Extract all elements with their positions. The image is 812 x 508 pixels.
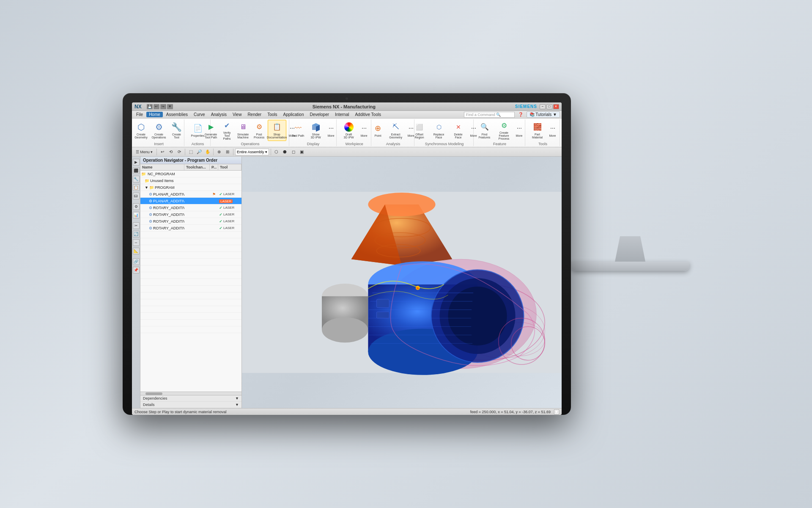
menu-item-additive[interactable]: Additive Tools bbox=[352, 112, 384, 117]
menu-item-developer[interactable]: Developer bbox=[307, 112, 332, 117]
verify-button[interactable]: ✔ VerifyTool Paths bbox=[219, 120, 235, 141]
nav-row-rotary-1[interactable]: ⚙ ROTARY_ADDITIV... ✓LASER bbox=[140, 204, 241, 211]
more-workpiece-button[interactable]: ⋯ More bbox=[359, 120, 369, 141]
tb2-select[interactable]: ⬚ bbox=[187, 148, 195, 156]
tb2-filter1[interactable]: ⬡ bbox=[273, 148, 280, 156]
nav-panel-title: Operation Navigator - Program Order bbox=[140, 157, 241, 164]
status-icon[interactable]: ⬚ bbox=[554, 409, 559, 414]
tb2-undo[interactable]: ⟲ bbox=[167, 148, 175, 156]
create-geometry-button[interactable]: ⬡ CreateGeometry bbox=[133, 120, 150, 141]
sidebar-btn-13[interactable]: 📌 bbox=[133, 267, 140, 273]
find-features-button[interactable]: 🔍 FindFeatures bbox=[475, 120, 494, 141]
tb2-back[interactable]: ↩ bbox=[159, 148, 166, 156]
nav-scrollbar[interactable] bbox=[140, 392, 241, 395]
menu-item-render[interactable]: Render bbox=[245, 112, 264, 117]
tb2-zoom[interactable]: 🔎 bbox=[195, 148, 203, 156]
ribbon-group-operations-label: Operations bbox=[241, 142, 260, 146]
sidebar-btn-2[interactable]: ⬛ bbox=[133, 167, 140, 174]
menu-toggle[interactable]: ☰ Menu ▾ bbox=[134, 148, 155, 156]
quick-access-more[interactable]: ▼ bbox=[167, 104, 173, 109]
draft-3d-ipw-button[interactable]: Draft3D IPW bbox=[340, 120, 358, 141]
left-sidebar: ▶ ⬛ 🔧 📋 🖂 ⚙ 📊 ✂ 🔄 ↔ 📐 🔗 📌 bbox=[132, 157, 140, 408]
sidebar-btn-5[interactable]: 🖂 bbox=[133, 193, 140, 199]
sidebar-btn-7[interactable]: 📊 bbox=[133, 212, 140, 218]
offset-region-button[interactable]: ⬜ OffsetRegion bbox=[410, 120, 429, 141]
tb2-redo[interactable]: ⟳ bbox=[176, 148, 183, 156]
create-tool-button[interactable]: 🔧 CreateTool bbox=[168, 120, 185, 141]
simulate-button[interactable]: 🖥 SimulateMachine bbox=[236, 120, 251, 141]
menu-item-file[interactable]: File bbox=[134, 112, 145, 117]
nav-row-empty-14 bbox=[140, 320, 241, 326]
menu-item-curve[interactable]: Curve bbox=[191, 112, 208, 117]
quick-access-save[interactable]: 💾 bbox=[147, 104, 153, 109]
nav-row-rotary-4[interactable]: ⚙ ROTARY_ADDITIV... ✓LASER bbox=[140, 225, 241, 232]
close-button[interactable]: ✕ bbox=[553, 104, 559, 109]
dependencies-chevron: ▼ bbox=[235, 396, 239, 400]
menu-item-internal[interactable]: Internal bbox=[332, 112, 351, 117]
monitor-shell: NX 💾 ↩ ↪ ▼ Siemens NX - Manufacturing SI… bbox=[123, 93, 571, 415]
nav-row-program[interactable]: ▼ 📁 PROGRAM bbox=[140, 184, 241, 191]
nav-scrollbar-thumb[interactable] bbox=[145, 392, 162, 395]
show-3d-ipw-button[interactable]: Show3D IPW bbox=[307, 120, 325, 141]
sidebar-btn-12[interactable]: 🔗 bbox=[133, 258, 140, 265]
tb2-view1[interactable]: ◻ bbox=[290, 148, 297, 156]
details-row[interactable]: Details ▼ bbox=[140, 402, 241, 408]
nav-row-planar-2[interactable]: ⚙ PLANAR_ADDITIV... LASER bbox=[140, 198, 241, 204]
menu-item-view[interactable]: View bbox=[230, 112, 244, 117]
ribbon-group-tools: 🧱 PartMaterial ⋯ More Tools bbox=[526, 119, 560, 146]
shop-documentation-button[interactable]: 📋 ShopDocumentation bbox=[268, 120, 286, 141]
sidebar-btn-8[interactable]: ✂ bbox=[133, 222, 140, 229]
tb2-view2[interactable]: ▣ bbox=[298, 148, 306, 156]
sidebar-btn-4[interactable]: 📋 bbox=[133, 184, 140, 191]
tutorials-button[interactable]: 📚 Tutorials ▼ bbox=[527, 111, 560, 118]
command-search-input[interactable]: Find a Command 🔍 bbox=[464, 112, 515, 118]
dependencies-row[interactable]: Dependencies ▼ bbox=[140, 395, 241, 402]
quick-access-undo[interactable]: ↩ bbox=[154, 104, 159, 109]
tb2-grid[interactable]: ⊞ bbox=[224, 148, 231, 156]
ribbon-group-feature-label: Feature bbox=[493, 142, 506, 146]
post-process-button[interactable]: ⚙ PostProcess bbox=[252, 120, 267, 141]
nav-row-rotary-2[interactable]: ⚙ ROTARY_ADDITIV... ✓LASER bbox=[140, 211, 241, 218]
more-tools-button[interactable]: ⋯ More bbox=[548, 120, 558, 141]
tb2-filter2[interactable]: ⬣ bbox=[281, 148, 289, 156]
tool-path-button[interactable]: 〰 Tool Path bbox=[291, 120, 306, 141]
part-material-button[interactable]: 🧱 PartMaterial bbox=[528, 120, 547, 141]
nav-col-tool-header: Tool bbox=[218, 164, 241, 170]
sidebar-btn-10[interactable]: ↔ bbox=[133, 239, 140, 246]
nx-window: NX 💾 ↩ ↪ ▼ Siemens NX - Manufacturing SI… bbox=[132, 102, 562, 415]
delete-face-button[interactable]: ✕ DeleteFace bbox=[449, 120, 468, 141]
nav-row-unused[interactable]: 📁 Unused Items bbox=[140, 177, 241, 184]
monitor-base bbox=[571, 262, 689, 271]
create-operations-button[interactable]: ⚙ CreateOperations bbox=[151, 120, 167, 141]
status-coords: feed = 250.000, x = 51.04, y = -36.07, z… bbox=[470, 410, 551, 414]
more-display-button[interactable]: ⋯ More bbox=[326, 120, 336, 141]
menu-item-home[interactable]: Home bbox=[146, 112, 163, 117]
maximize-button[interactable]: □ bbox=[546, 104, 552, 109]
create-feature-process-button[interactable]: ⚙ Create FeatureProcess bbox=[495, 120, 513, 141]
sidebar-btn-3[interactable]: 🔧 bbox=[133, 176, 140, 182]
more-feature-button[interactable]: ⋯ More bbox=[514, 120, 524, 141]
menu-item-tools[interactable]: Tools bbox=[265, 112, 280, 117]
viewport[interactable] bbox=[242, 157, 562, 408]
tb2-pan[interactable]: ✋ bbox=[204, 148, 211, 156]
assembly-dropdown[interactable]: Entire Assembly ▾ bbox=[235, 149, 269, 155]
generate-toolpath-button[interactable]: ▶ GenerateTool Path bbox=[203, 120, 219, 141]
menu-item-analysis[interactable]: Analysis bbox=[208, 112, 229, 117]
sidebar-btn-9[interactable]: 🔄 bbox=[133, 231, 140, 237]
nav-row-nc-program[interactable]: 📁 NC_PROGRAM bbox=[140, 171, 241, 177]
point-analysis-button[interactable]: ⊕ Point bbox=[370, 120, 386, 141]
nav-row-planar-1[interactable]: ⚙ PLANAR_ADDITIV... ⚑ ✓LASER bbox=[140, 191, 241, 198]
tb2-snap[interactable]: ⊕ bbox=[215, 148, 223, 156]
sidebar-btn-11[interactable]: 📐 bbox=[133, 248, 140, 254]
sidebar-btn-6[interactable]: ⚙ bbox=[133, 203, 140, 210]
minimize-button[interactable]: − bbox=[540, 104, 546, 109]
ribbon-group-tools-label: Tools bbox=[538, 142, 547, 146]
quick-access-redo[interactable]: ↪ bbox=[160, 104, 166, 109]
menu-item-assemblies[interactable]: Assemblies bbox=[164, 112, 190, 117]
nav-row-rotary-3[interactable]: ⚙ ROTARY_ADDITIV... ✓LASER bbox=[140, 218, 241, 225]
replace-face-button[interactable]: ⬡ ReplaceFace bbox=[430, 120, 448, 141]
extract-geometry-button[interactable]: ⛏ ExtractGeometry bbox=[387, 120, 405, 141]
help-button[interactable]: ❓ bbox=[516, 112, 526, 117]
menu-item-application[interactable]: Application bbox=[281, 112, 307, 117]
sidebar-btn-1[interactable]: ▶ bbox=[133, 159, 140, 166]
